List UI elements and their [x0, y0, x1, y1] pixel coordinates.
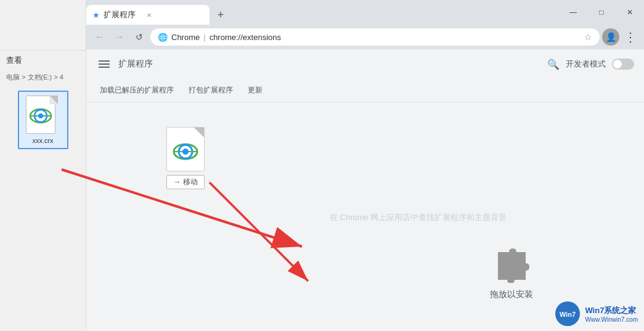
load-unpacked-button[interactable]: 加载已解压的扩展程序 [96, 83, 177, 98]
update-button[interactable]: 更新 [244, 83, 266, 98]
url-bar[interactable]: 🌐 Chrome | chrome://extensions ☆ [150, 28, 600, 46]
hamburger-menu-button[interactable] [96, 58, 112, 70]
svg-text:Win7: Win7 [560, 311, 576, 318]
svg-point-3 [38, 113, 43, 118]
crx-file-item[interactable]: xxx.crx [18, 91, 68, 149]
ie-logo-on-file [29, 104, 52, 128]
empty-state-text: 在 Chrome 网上应用店中查找扩展程序和主题背景 [330, 211, 507, 223]
tab-close-button[interactable]: × [144, 10, 154, 20]
drop-label: 拖放以安装 [490, 289, 533, 300]
profile-button[interactable]: 👤 [602, 28, 619, 46]
dev-mode-toggle[interactable] [612, 59, 634, 70]
url-secure-icon: 🌐 [158, 33, 168, 42]
dragged-file: → 移动 [166, 127, 205, 189]
move-label: → 移动 [166, 175, 204, 189]
window-controls: — □ ✕ [559, 4, 644, 21]
search-icon[interactable]: 🔍 [547, 59, 560, 70]
url-separator: | [203, 33, 205, 42]
pack-extension-button[interactable]: 打包扩展程序 [185, 83, 237, 98]
win7-logo: Win7 [554, 300, 581, 327]
dev-mode-label: 开发者模式 [566, 59, 606, 70]
extensions-page-title: 扩展程序 [118, 59, 153, 70]
back-button[interactable]: ← [91, 28, 108, 46]
puzzle-icon [492, 246, 532, 283]
chrome-menu-button[interactable]: ⋮ [622, 28, 639, 46]
close-button[interactable]: ✕ [616, 4, 644, 21]
breadcrumb: 电脑 > 文档(E:) > 4 [0, 70, 86, 83]
url-brand: Chrome [171, 33, 200, 42]
new-tab-button[interactable]: + [212, 6, 229, 23]
tab-favicon: ★ [92, 10, 100, 20]
tab-title: 扩展程序 [104, 9, 136, 20]
ie-logo-dragged [173, 139, 198, 165]
svg-point-7 [182, 149, 189, 155]
file-name: xxx.crx [32, 137, 53, 144]
drop-zone: 拖放以安装 [490, 246, 533, 300]
refresh-button[interactable]: ↺ [131, 28, 148, 46]
extension-tab[interactable]: ★ 扩展程序 × [86, 5, 210, 25]
bookmark-star-icon[interactable]: ☆ [584, 32, 592, 42]
url-path: chrome://extensions [210, 33, 281, 42]
watermark-text: Win7系统之家 Www.Winwin7.com [585, 305, 638, 323]
svg-line-9 [210, 182, 308, 281]
minimize-button[interactable]: — [559, 4, 587, 21]
maximize-button[interactable]: □ [587, 4, 616, 21]
sidebar-label: 查看 [0, 51, 86, 70]
watermark: Win7 Win7系统之家 Www.Winwin7.com [554, 300, 638, 327]
forward-button[interactable]: → [111, 28, 128, 46]
